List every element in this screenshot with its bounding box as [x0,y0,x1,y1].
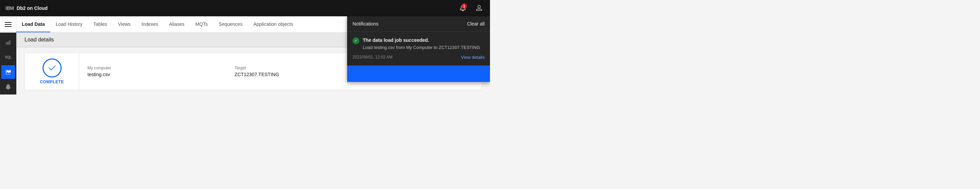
top-bar-actions: 1 [457,3,485,14]
brand-db2: Db2 on Cloud [17,5,48,11]
notification-item-top: ✓ The data load job succeeded. Load test… [353,37,485,51]
source-value: testing.csv [88,72,224,77]
svg-rect-0 [5,22,11,23]
sidebar-item-analytics[interactable] [2,35,15,49]
checkmark-icon [47,63,57,73]
success-icon: ✓ [353,37,360,44]
source-label: My computer [88,66,224,70]
notification-bell-button[interactable]: 1 [457,3,468,14]
brand: IBM Db2 on Cloud [5,5,48,11]
monitor-icon [5,84,11,90]
tab-aliases[interactable]: Aliases [164,16,190,32]
tab-load-data[interactable]: Load Data [16,16,50,32]
notification-item-footer: 2022/09/01, 12:02 AM View details [353,55,485,60]
view-details-button[interactable]: View details [461,55,485,60]
data-icon [5,69,11,75]
svg-rect-1 [5,24,11,25]
nav-tabs: Load Data Load History Tables Views Inde… [16,16,298,32]
user-profile-button[interactable] [474,3,485,14]
load-card-status: COMPLETE [25,53,79,90]
tab-application-objects[interactable]: Application objects [248,16,299,32]
sidebar: SQL [0,33,16,94]
analytics-icon [5,39,11,45]
notification-item-title: The data load job succeeded. [363,37,480,44]
sql-label: SQL [5,56,11,59]
brand-ibm: IBM [5,5,14,11]
sidebar-item-data[interactable] [2,65,15,79]
notification-timestamp: 2022/09/01, 12:02 AM [353,55,392,59]
tab-sequences[interactable]: Sequences [213,16,248,32]
tab-load-history[interactable]: Load History [50,16,88,32]
hamburger-icon [5,21,11,28]
complete-circle-icon [43,59,62,78]
notification-title: Notifications [353,21,379,27]
complete-label: COMPLETE [40,79,64,84]
sidebar-item-monitor[interactable] [2,80,15,94]
svg-rect-2 [5,26,11,27]
tab-tables[interactable]: Tables [88,16,112,32]
tab-indexes[interactable]: Indexes [136,16,164,32]
top-bar: IBM Db2 on Cloud 1 [0,0,490,16]
user-icon [476,5,482,11]
notification-text: The data load job succeeded. Load testin… [363,37,480,51]
notification-item: ✓ The data load job succeeded. Load test… [347,32,490,66]
notification-panel-footer [347,66,490,82]
sidebar-item-sql[interactable]: SQL [2,50,15,64]
tab-mqts[interactable]: MQTs [190,16,213,32]
notification-panel: Notifications Clear all ✓ The data load … [347,16,490,82]
notification-count-badge: 1 [461,3,467,9]
notification-header: Notifications Clear all [347,16,490,32]
hamburger-menu-button[interactable] [0,16,16,32]
notification-item-body: Load testing.csv from My Computer to ZCT… [363,44,480,51]
clear-all-button[interactable]: Clear all [467,21,485,27]
tab-views[interactable]: Views [113,16,136,32]
